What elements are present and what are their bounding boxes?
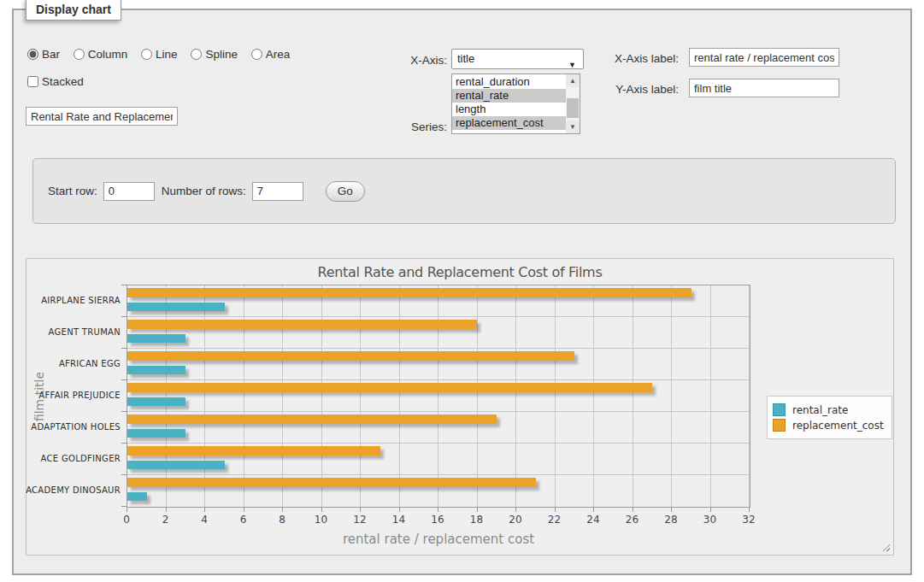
gridline [127, 379, 750, 380]
chart-title-input[interactable] [26, 107, 178, 126]
plot-area [127, 285, 750, 508]
start-row-input[interactable] [103, 182, 155, 201]
radio-bar-input[interactable] [27, 49, 38, 60]
x-axis-label-label: X-Axis label: [602, 52, 679, 65]
bar-rental_rate [127, 303, 225, 311]
chart-container: Rental Rate and Replacement Cost of Film… [26, 258, 894, 556]
x-tick-mark [438, 508, 438, 512]
radio-area-input[interactable] [251, 49, 262, 60]
radio-column[interactable]: Column [74, 48, 128, 61]
display-chart-panel: Display chart Bar Column Line Spline Are… [12, 9, 912, 575]
chart-type-radio-group: Bar Column Line Spline Area [27, 48, 300, 61]
category-label: AFRICAN EGG [26, 348, 121, 379]
x-tick-mark [555, 508, 556, 512]
category-label: ACE GOLDFINGER [26, 443, 121, 474]
bar-replacement_cost [127, 478, 536, 487]
stacked-checkbox-label[interactable]: Stacked [27, 75, 84, 88]
bar-rental_rate [127, 461, 225, 469]
y-axis-label-input[interactable] [689, 79, 839, 97]
bar-rental_rate [127, 366, 185, 374]
x-tick-label: 22 [538, 514, 572, 526]
chart-title: Rental Rate and Replacement Cost of Film… [26, 264, 893, 280]
gridline [127, 411, 750, 412]
x-tick-mark [282, 508, 283, 512]
series-option-length[interactable]: length [452, 103, 566, 116]
legend-item: rental_rate [773, 403, 884, 416]
bar-replacement_cost [127, 320, 477, 329]
bar-replacement_cost [127, 351, 574, 361]
category-label: ADAPTATION HOLES [26, 411, 121, 443]
start-row-label: Start row: [48, 185, 97, 197]
x-tick-mark [710, 508, 711, 512]
y-tick-mark [121, 506, 127, 507]
x-tick-mark [399, 508, 400, 512]
x-tick-mark [321, 508, 322, 512]
scrollbar-thumb[interactable] [567, 98, 579, 118]
gridline [127, 348, 750, 349]
y-tick-mark [121, 443, 127, 444]
gridline [127, 474, 750, 475]
radio-bar[interactable]: Bar [27, 48, 60, 61]
y-tick-mark [121, 411, 127, 412]
stacked-checkbox[interactable] [27, 76, 38, 87]
legend-swatch [773, 403, 786, 416]
bar-rental_rate [127, 397, 185, 406]
x-tick-label: 28 [654, 514, 688, 526]
x-tick-label: 10 [304, 514, 338, 526]
bar-rental_rate [127, 492, 147, 501]
category-label: ACADEMY DINOSAUR [26, 474, 121, 506]
x-tick-label: 2 [149, 514, 183, 526]
series-options: rental_duration rental_rate length repla… [452, 75, 566, 130]
x-tick-label: 6 [227, 514, 261, 526]
chart-legend: rental_ratereplacement_cost [767, 396, 892, 439]
series-option-replacement-cost[interactable]: replacement_cost [452, 116, 566, 130]
y-axis-label-label: Y-Axis label: [602, 83, 679, 96]
scrollbar-down-icon[interactable]: ▼ [566, 121, 580, 133]
series-listbox[interactable]: rental_duration rental_rate length repla… [451, 73, 580, 134]
x-axis-label-input[interactable] [689, 48, 839, 67]
x-tick-mark [671, 508, 672, 512]
legend-item: replacement_cost [773, 419, 884, 432]
radio-column-input[interactable] [74, 49, 85, 60]
x-tick-label: 16 [421, 514, 455, 526]
x-tick-label: 26 [615, 514, 650, 526]
x-axis-dropdown[interactable]: title ▼ [451, 49, 584, 69]
x-tick-mark [515, 508, 516, 512]
num-rows-label: Number of rows: [162, 185, 246, 197]
resize-handle-icon[interactable] [880, 542, 890, 551]
series-select-label: Series: [364, 121, 447, 133]
bar-replacement_cost [127, 414, 497, 424]
radio-spline-input[interactable] [191, 49, 202, 60]
x-tick-mark [127, 508, 127, 512]
x-tick-label: 4 [187, 514, 221, 526]
radio-line-input[interactable] [141, 49, 152, 60]
x-tick-label: 32 [732, 514, 766, 526]
bar-replacement_cost [127, 288, 692, 297]
dropdown-arrow-icon: ▼ [568, 56, 576, 74]
bar-rental_rate [127, 334, 185, 343]
x-axis-dropdown-value: title [457, 52, 474, 65]
num-rows-input[interactable] [252, 182, 303, 201]
bar-replacement_cost [127, 383, 652, 392]
radio-area[interactable]: Area [251, 48, 291, 61]
x-tick-mark [204, 508, 205, 512]
bar-rental_rate [127, 429, 185, 438]
listbox-scrollbar[interactable]: ▲ ▼ [566, 74, 580, 133]
scrollbar-up-icon[interactable]: ▲ [566, 74, 580, 87]
go-button[interactable]: Go [326, 181, 365, 202]
x-tick-label: 18 [460, 514, 494, 526]
series-option-rental-rate[interactable]: rental_rate [452, 89, 566, 103]
y-tick-mark [121, 379, 127, 380]
gridline [127, 316, 750, 317]
x-tick-mark [244, 508, 244, 512]
radio-spline[interactable]: Spline [191, 48, 238, 61]
row-range-box: Start row: Number of rows: Go [32, 158, 896, 224]
x-tick-label: 8 [265, 514, 299, 526]
x-axis-select-label: X-Axis: [364, 54, 447, 67]
x-tick-mark [749, 508, 750, 512]
legend-swatch [773, 419, 786, 432]
x-tick-label: 14 [382, 514, 416, 526]
series-option-rental-duration[interactable]: rental_duration [452, 75, 566, 89]
radio-line[interactable]: Line [141, 48, 178, 61]
gridline [127, 443, 750, 444]
